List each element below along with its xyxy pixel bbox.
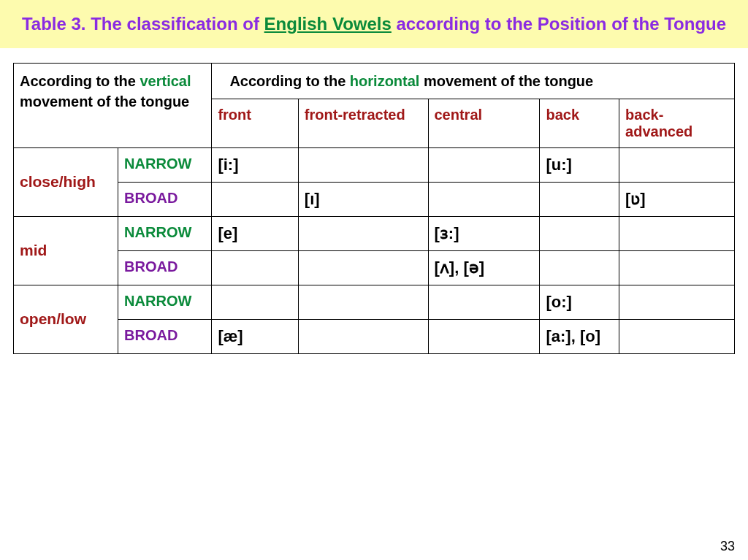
cell [619,319,735,353]
open-low-narrow-label: narrow [118,285,212,319]
cell [428,182,540,216]
row-close-high: close/high [14,147,118,216]
cell [540,182,619,216]
page-number: 33 [720,539,735,554]
cell [428,285,540,319]
hdr-vert-em: vertical [140,73,191,89]
cell: [ɜ:] [428,216,540,250]
title-suffix: according to the Position of the Tongue [392,14,726,34]
cell: [ı] [298,182,428,216]
cell [298,216,428,250]
title-prefix: Table 3. The classification of [22,14,264,34]
hdr-horiz-em: horizontal [350,73,420,89]
cell [298,285,428,319]
cell: [u:] [540,147,619,182]
cell [540,216,619,250]
hdr-vert-suffix: movement of the tongue [20,93,189,110]
mid-narrow-label: narrow [118,216,212,250]
col-front: front [212,99,298,147]
cell [298,250,428,285]
close-high-narrow-label: narrow [118,147,212,182]
cell: [a:], [o] [540,319,619,353]
header-vertical: According to the vertical movement of th… [14,63,212,147]
mid-broad-label: broad [118,250,212,285]
vowel-classification-table: According to the vertical movement of th… [13,63,735,354]
open-low-broad-label: broad [118,319,212,353]
header-horizontal: According to the horizontal movement of … [212,63,735,99]
cell: [e] [212,216,298,250]
cell [619,285,735,319]
cell [428,319,540,353]
col-central: central [428,99,540,147]
cell: [ʌ], [ə] [428,250,540,285]
col-back-advanced: back-advanced [619,99,735,147]
col-front-retracted: front-retracted [298,99,428,147]
cell [619,250,735,285]
cell [298,319,428,353]
cell: [æ] [212,319,298,353]
cell [212,285,298,319]
hdr-vert-prefix: According to the [20,73,140,89]
table-container: According to the vertical movement of th… [0,48,748,354]
row-open-low: open/low [14,285,118,353]
cell [428,147,540,182]
cell [619,216,735,250]
title-emph: English Vowels [264,14,392,34]
row-mid: mid [14,216,118,285]
hdr-horiz-prefix: According to the [229,73,349,89]
cell: [o:] [540,285,619,319]
title-bar: Table 3. The classification of English V… [0,0,748,48]
cell [540,250,619,285]
cell [619,147,735,182]
cell [212,182,298,216]
cell: [ʋ] [619,182,735,216]
hdr-horiz-suffix: movement of the tongue [419,73,593,89]
cell: [i:] [212,147,298,182]
cell [212,250,298,285]
col-back: back [540,99,619,147]
cell [298,147,428,182]
close-high-broad-label: broad [118,182,212,216]
